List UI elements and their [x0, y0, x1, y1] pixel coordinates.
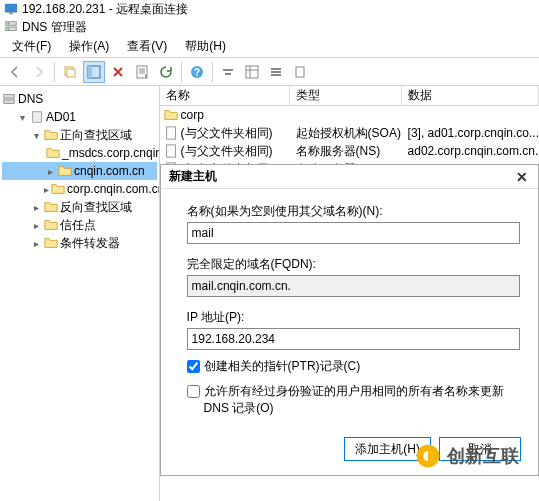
menu-file[interactable]: 文件(F) [4, 36, 59, 57]
dns-icon [4, 20, 18, 34]
column-data[interactable]: 数据 [402, 86, 539, 106]
app-title: DNS 管理器 [22, 19, 87, 36]
ip-label: IP 地址(P): [187, 309, 520, 326]
svg-rect-28 [166, 127, 175, 139]
back-button[interactable] [4, 61, 26, 83]
svg-rect-9 [88, 66, 92, 78]
tree-pane: DNS ▾ AD01 ▾ 正向查找区域 _msdcs.corp.cnqin.c.… [0, 86, 160, 501]
list-row[interactable]: corp [160, 106, 539, 124]
svg-rect-21 [271, 68, 281, 70]
toggle-tree-button[interactable] [83, 61, 105, 83]
tree-dns-root[interactable]: DNS [2, 90, 157, 108]
svg-rect-0 [5, 4, 17, 13]
name-input[interactable] [187, 222, 520, 244]
logo-icon [415, 443, 441, 469]
tree-server[interactable]: ▾ AD01 [2, 108, 157, 126]
list-view-button[interactable] [265, 61, 287, 83]
chevron-down-icon[interactable]: ▾ [16, 111, 28, 123]
delete-button[interactable] [107, 61, 129, 83]
svg-rect-24 [296, 67, 304, 77]
chevron-right-icon[interactable]: ▸ [44, 183, 49, 195]
new-window-button[interactable] [59, 61, 81, 83]
svg-rect-7 [67, 69, 75, 77]
chevron-right-icon[interactable]: ▸ [30, 219, 42, 231]
svg-rect-25 [4, 95, 15, 99]
tree-zone-item[interactable]: _msdcs.corp.cnqin.c... [2, 144, 157, 162]
svg-point-4 [8, 23, 10, 25]
list-row[interactable]: (与父文件夹相同) 起始授权机构(SOA) [3], ad01.corp.cnq… [160, 124, 539, 142]
tree-zone-item-selected[interactable]: ▸ cnqin.com.cn [2, 162, 157, 180]
properties-button[interactable] [131, 61, 153, 83]
auth-checkbox[interactable] [187, 385, 200, 398]
svg-rect-16 [223, 69, 233, 71]
svg-rect-18 [246, 66, 258, 78]
svg-rect-29 [166, 145, 175, 157]
svg-rect-26 [4, 100, 15, 104]
new-host-dialog: 新建主机 ✕ 名称(如果为空则使用其父域名称)(N): 完全限定的域名(FQDN… [160, 164, 539, 476]
tree-reverse-zone[interactable]: ▸ 反向查找区域 [2, 198, 157, 216]
svg-rect-3 [6, 27, 17, 31]
chevron-down-icon[interactable]: ▾ [30, 129, 42, 141]
fqdn-input [187, 275, 520, 297]
chevron-right-icon[interactable]: ▸ [30, 201, 42, 213]
svg-rect-1 [9, 13, 13, 15]
svg-point-5 [8, 28, 10, 30]
column-name[interactable]: 名称 [160, 86, 290, 106]
name-label: 名称(如果为空则使用其父域名称)(N): [187, 203, 520, 220]
auth-label: 允许所有经过身份验证的用户用相同的所有者名称来更新 DNS 记录(O) [204, 383, 520, 417]
rdp-icon [4, 2, 18, 16]
close-icon[interactable]: ✕ [514, 169, 530, 185]
ip-input[interactable] [187, 328, 520, 350]
tree-zone-item[interactable]: ▸ corp.cnqin.com.cn [2, 180, 157, 198]
list-row[interactable]: (与父文件夹相同) 名称服务器(NS) ad02.corp.cnqin.com.… [160, 142, 539, 160]
refresh-button[interactable] [155, 61, 177, 83]
column-type[interactable]: 类型 [290, 86, 402, 106]
svg-rect-22 [271, 71, 281, 73]
tree-forward-zone[interactable]: ▾ 正向查找区域 [2, 126, 157, 144]
fqdn-label: 完全限定的域名(FQDN): [187, 256, 520, 273]
svg-rect-23 [271, 74, 281, 76]
list-header: 名称 类型 数据 [160, 86, 539, 106]
menu-view[interactable]: 查看(V) [119, 36, 175, 57]
svg-rect-27 [33, 112, 42, 123]
svg-rect-17 [225, 73, 231, 75]
menu-action[interactable]: 操作(A) [61, 36, 117, 57]
ptr-checkbox[interactable] [187, 360, 200, 373]
svg-text:?: ? [194, 67, 200, 78]
tree-trust[interactable]: ▸ 信任点 [2, 216, 157, 234]
menubar: 文件(F) 操作(A) 查看(V) 帮助(H) [0, 36, 539, 58]
svg-rect-2 [6, 22, 17, 26]
filter-button[interactable] [217, 61, 239, 83]
ptr-label: 创建相关的指针(PTR)记录(C) [204, 358, 520, 375]
forward-button[interactable] [28, 61, 50, 83]
window-title: 192.168.20.231 - 远程桌面连接 [22, 1, 188, 18]
menu-help[interactable]: 帮助(H) [177, 36, 234, 57]
toolbar: ? [0, 58, 539, 86]
details-button[interactable] [241, 61, 263, 83]
export-button[interactable] [289, 61, 311, 83]
help-button[interactable]: ? [186, 61, 208, 83]
chevron-right-icon[interactable]: ▸ [44, 165, 56, 177]
chevron-right-icon[interactable]: ▸ [30, 237, 42, 249]
dialog-title: 新建主机 [169, 168, 217, 185]
watermark: 创新互联 [415, 443, 519, 469]
tree-conditional-fwd[interactable]: ▸ 条件转发器 [2, 234, 157, 252]
